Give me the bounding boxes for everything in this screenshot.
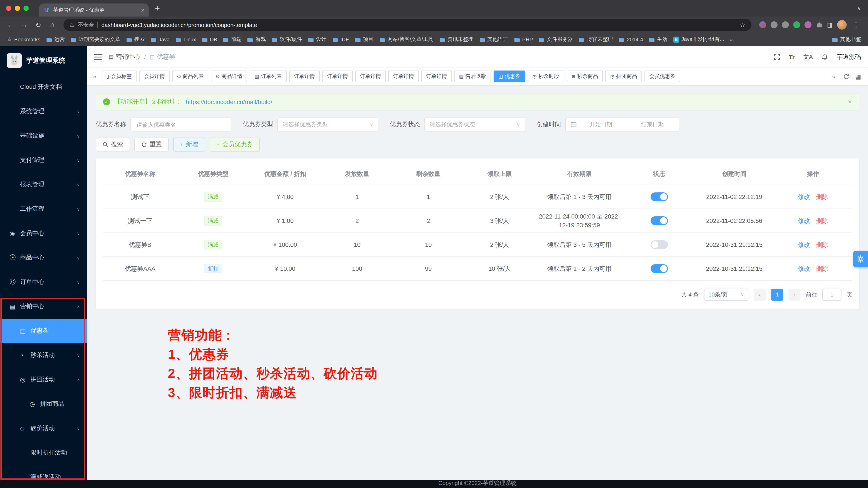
bookmark-folder[interactable]: 运营 xyxy=(43,34,67,45)
coupon-type-select[interactable]: 请选择优惠券类型 ∨ xyxy=(277,118,378,132)
bookmark-folder[interactable]: Linux xyxy=(173,35,198,44)
sidebar-menu-item[interactable]: ◷ 拼团商品 xyxy=(0,392,87,416)
bookmark-star-icon[interactable]: ☆ xyxy=(740,21,745,28)
delete-link[interactable]: 删除 xyxy=(816,265,828,272)
bookmark-folder[interactable]: 文件服务器 xyxy=(536,34,576,45)
sidebar-menu-item[interactable]: ▤ 营销中心 ∧ xyxy=(0,294,87,319)
bookmark-folder[interactable]: 软件/硬件 xyxy=(269,34,305,45)
sidebar-menu-item[interactable]: 报表管理 ∨ xyxy=(0,172,87,197)
tags-view-tab[interactable]: 订单详情 xyxy=(421,70,452,82)
tags-view-tab[interactable]: ⊙ 商品列表 xyxy=(172,70,208,82)
tags-view-tab[interactable]: 会员详情 xyxy=(139,70,169,82)
sidebar-menu-item[interactable]: 系统管理 ∨ xyxy=(0,99,87,124)
sidebar-menu-item[interactable]: ◔ 秒杀活动 ∨ xyxy=(0,343,87,367)
extension-icon[interactable] xyxy=(771,21,778,28)
bookmark-folder[interactable]: 游戏 xyxy=(245,34,269,45)
window-minimize-button[interactable] xyxy=(15,6,20,11)
edit-link[interactable]: 修改 xyxy=(798,217,810,224)
sidebar-menu-item[interactable]: ◎ 拼团活动 ∧ xyxy=(0,367,87,392)
edit-link[interactable]: 修改 xyxy=(798,241,810,248)
tags-scroll-right-icon[interactable]: » xyxy=(830,73,837,80)
sidebar-menu-item[interactable]: ◇ 砍价活动 ∨ xyxy=(0,416,87,440)
bookmark-folder[interactable]: 博客未整理 xyxy=(576,34,616,45)
bookmarks-root[interactable]: ☆ Bookmarks xyxy=(4,35,43,44)
tags-view-tab[interactable]: 订单详情 xyxy=(355,70,385,82)
bookmark-folder[interactable]: 生活 xyxy=(646,34,670,45)
date-range-picker[interactable]: 开始日期 – 结束日期 xyxy=(565,118,679,132)
delete-link[interactable]: 删除 xyxy=(816,217,828,224)
tags-view-tab[interactable]: ◷ 秒杀时段 xyxy=(528,70,564,82)
bookmarks-overflow-chevron[interactable]: » xyxy=(727,36,735,42)
tags-layout-icon[interactable]: ▦ xyxy=(856,73,861,80)
bookmark-folder[interactable]: 2014-4 xyxy=(616,35,646,44)
bookmark-item[interactable]: B Java开发|小组首... xyxy=(671,34,727,45)
browser-menu-icon[interactable]: ⋮ xyxy=(853,21,859,29)
sidebar-menu-item[interactable]: Cloud 开发文档 xyxy=(0,75,87,99)
sidebar-menu-item[interactable]: 限时折扣活动 xyxy=(0,440,87,465)
extension-icon[interactable] xyxy=(793,21,800,28)
current-page-button[interactable]: 1 xyxy=(771,288,783,300)
add-button[interactable]: + 新增 xyxy=(173,138,205,151)
bookmark-folder[interactable]: PHP xyxy=(512,35,535,44)
goto-page-input[interactable] xyxy=(822,288,841,300)
close-icon[interactable]: × xyxy=(848,98,852,106)
sidebar-menu-item[interactable]: 支付管理 ∨ xyxy=(0,148,87,172)
bookmark-folder[interactable]: 搜索 xyxy=(123,34,147,45)
status-toggle[interactable] xyxy=(651,193,668,201)
tab-close-icon[interactable]: × xyxy=(141,6,144,13)
bell-icon[interactable] xyxy=(822,53,828,60)
tags-view-tab[interactable]: 订单详情 xyxy=(322,70,352,82)
sidebar-menu-item[interactable]: Ⓟ 商品中心 ∨ xyxy=(0,246,87,270)
window-close-button[interactable] xyxy=(6,6,11,11)
bookmark-folder[interactable]: Java xyxy=(148,35,172,44)
browser-tab[interactable]: 芋道管理系统 - 优惠券 × xyxy=(39,3,149,17)
profile-avatar[interactable] xyxy=(837,20,847,30)
edit-link[interactable]: 修改 xyxy=(798,265,810,272)
coupon-name-input[interactable] xyxy=(130,118,231,132)
tags-view-tab[interactable]: 订单详情 xyxy=(289,70,319,82)
status-toggle[interactable] xyxy=(651,217,668,225)
tags-refresh-icon[interactable] xyxy=(843,74,849,80)
reload-button[interactable]: ↻ xyxy=(32,19,44,31)
other-bookmarks[interactable]: 其他书签 xyxy=(829,34,864,45)
hamburger-icon[interactable] xyxy=(94,53,102,60)
tags-view-tab[interactable]: ⊕ 秒杀商品 xyxy=(567,70,603,82)
bookmark-folder[interactable]: DB xyxy=(199,35,220,44)
new-tab-button[interactable]: + xyxy=(155,4,160,12)
extension-icon[interactable] xyxy=(759,21,766,28)
fullscreen-icon[interactable] xyxy=(774,54,780,60)
extension-icon[interactable] xyxy=(805,21,811,28)
font-size-icon[interactable]: Tr xyxy=(789,53,795,60)
bookmark-folder[interactable]: 前端 xyxy=(220,34,244,45)
language-icon[interactable]: 文A xyxy=(803,53,813,61)
tags-view-tab[interactable]: ▤ 订单列表 xyxy=(250,70,286,82)
doc-link[interactable]: https://doc.iocoder.cn/mall/build/ xyxy=(186,98,272,105)
delete-link[interactable]: 删除 xyxy=(816,193,828,200)
forward-button[interactable]: → xyxy=(18,19,30,31)
app-logo[interactable]: 芋道管理系统 xyxy=(0,46,87,75)
bookmark-folder[interactable]: 网站/博客/文章/工具 xyxy=(377,34,436,45)
tags-view-tab[interactable]: ◫ 优惠券 xyxy=(494,70,525,82)
reset-button[interactable]: 重置 xyxy=(134,138,169,151)
bookmark-folder[interactable]: 近期需要读的文章 xyxy=(68,34,123,45)
member-coupon-button[interactable]: ≡ 会员优惠券 xyxy=(209,138,259,151)
search-button[interactable]: 搜索 xyxy=(96,138,130,151)
bookmark-folder[interactable]: 其他语言 xyxy=(476,34,511,45)
sidebar-menu-item[interactable]: Ⓒ 订单中心 ∨ xyxy=(0,270,87,294)
tags-scroll-left-icon[interactable]: « xyxy=(91,73,98,80)
window-zoom-button[interactable] xyxy=(24,6,29,11)
tags-view-tab[interactable]: ▯ 会员标签 xyxy=(102,70,136,82)
settings-gear-button[interactable] xyxy=(853,251,868,267)
breadcrumb-item[interactable]: ▤ 营销中心 xyxy=(109,53,140,61)
address-bar[interactable]: ⚠ 不安全 dashboard-vue3.yudao.iocoder.cn/pr… xyxy=(63,19,751,31)
tags-view-tab[interactable]: ◷ 拼团商品 xyxy=(606,70,642,82)
tags-view-tab[interactable]: 订单详情 xyxy=(388,70,418,82)
extensions-puzzle-icon[interactable] xyxy=(816,21,823,28)
prev-page-button[interactable]: ‹ xyxy=(754,288,766,300)
bookmark-folder[interactable]: 资讯未整理 xyxy=(437,34,476,45)
tags-view-tab[interactable]: ⊙ 商品详情 xyxy=(211,70,247,82)
sidebar-menu-item[interactable]: 工作流程 ∨ xyxy=(0,197,87,221)
sidebar-menu-item[interactable]: 基础设施 ∨ xyxy=(0,124,87,148)
status-toggle[interactable] xyxy=(651,264,668,273)
tags-view-tab[interactable]: 会员优惠券 xyxy=(645,70,680,82)
